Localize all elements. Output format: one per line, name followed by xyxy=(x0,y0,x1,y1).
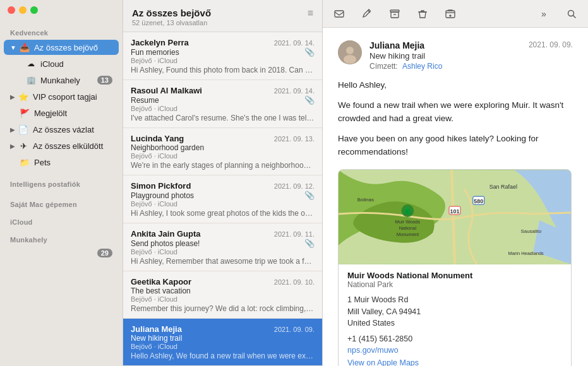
sidebar-item-munkahely[interactable]: 🏢 Munkahely 13 xyxy=(4,73,119,88)
window-controls xyxy=(8,6,38,14)
sidebar-section-favorites: Kedvencek xyxy=(0,24,123,39)
map-address-line1: 1 Muir Woods Rd xyxy=(347,295,408,304)
email-detail-subject: New hiking trail xyxy=(369,51,529,61)
move-button[interactable] xyxy=(441,5,459,23)
trash-button[interactable] xyxy=(414,5,431,23)
email-detail-to: Címzett: Ashley Rico xyxy=(369,62,529,71)
map-location-info: Muir Woods National Monument National Pa… xyxy=(339,264,571,366)
maximize-button[interactable] xyxy=(30,6,38,14)
sidebar-item-icloud[interactable]: ☁ iCloud xyxy=(4,56,119,71)
compose-button[interactable] xyxy=(358,5,376,23)
email-sender: Rasoul Al Malkawi xyxy=(131,86,270,95)
email-meta: Bejövő · iCloud xyxy=(131,343,315,350)
email-subject: Playground photos xyxy=(131,191,302,200)
archive-button[interactable] xyxy=(386,5,404,23)
sidebar-item-all-drafts[interactable]: ▶ 📄 Az összes vázlat xyxy=(4,122,119,137)
chevron-icon: ▼ xyxy=(10,44,16,51)
munkahely-icon: 🏢 xyxy=(25,74,37,86)
email-detail-date: 2021. 09. 09. xyxy=(529,40,573,49)
to-name: Ashley Rico xyxy=(402,62,442,71)
email-preview: We're in the early stages of planning a … xyxy=(131,161,315,170)
chevron-icon: ▶ xyxy=(10,126,15,133)
svg-point-6 xyxy=(346,47,354,54)
sidebar-item-pets[interactable]: 📁 Pets xyxy=(4,155,119,170)
sidebar-item-label: Munkahely xyxy=(40,76,97,85)
map-image[interactable]: San Rafael Bolinas Muir Woods National M… xyxy=(339,170,571,264)
email-preview: Hi Ashley, Found this photo from back in… xyxy=(131,66,315,74)
email-item[interactable]: Ankita Jain Gupta 2021. 09. 11. Send pho… xyxy=(123,223,322,271)
sidebar-section-icloud: iCloud xyxy=(0,213,123,228)
email-list-subtitle: 52 üzenet, 13 olvasatlan xyxy=(132,19,211,27)
email-item-selected[interactable]: Juliana Mejia 2021. 09. 09. New hiking t… xyxy=(123,319,322,366)
svg-text:Sausalito: Sausalito xyxy=(520,228,541,234)
email-date: 2021. 09. 14. xyxy=(274,39,315,47)
sidebar-item-label: Megjelölt xyxy=(34,109,112,118)
email-body-line-1: Hello Ashley, xyxy=(338,78,573,92)
sidebar-item-label: VIP csoport tagjai xyxy=(33,92,112,102)
svg-text:Bolinas: Bolinas xyxy=(357,197,374,203)
email-list: Az összes bejövő 52 üzenet, 13 olvasatla… xyxy=(123,0,323,366)
email-meta: Bejövő · iCloud xyxy=(131,295,315,303)
map-card: San Rafael Bolinas Muir Woods National M… xyxy=(338,169,572,366)
sort-icon[interactable]: ≡ xyxy=(308,8,313,19)
sidebar-item-label: Az összes vázlat xyxy=(33,125,112,134)
svg-text:Monument: Monument xyxy=(397,232,419,237)
more-button[interactable]: » xyxy=(535,5,553,23)
email-date: 2021. 09. 10. xyxy=(274,278,315,286)
email-preview: I've attached Carol's resume. She's the … xyxy=(131,114,315,122)
email-subject: Neighborhood garden xyxy=(131,143,315,152)
email-sender: Jackelyn Perra xyxy=(131,38,270,47)
close-button[interactable] xyxy=(8,6,15,14)
map-address-line3: United States xyxy=(347,319,395,328)
email-item[interactable]: Geetika Kapoor 2021. 09. 10. The best va… xyxy=(123,271,322,319)
email-meta: Bejövő · iCloud xyxy=(131,152,315,160)
email-sender: Lucinda Yang xyxy=(131,134,270,143)
email-sender: Juliana Mejia xyxy=(131,324,270,334)
email-detail-sender: Juliana Mejia xyxy=(369,40,529,50)
email-detail-header: Juliana Mejia New hiking trail Címzett: … xyxy=(338,40,573,71)
email-meta: Bejövő · iCloud xyxy=(131,200,315,208)
chevron-icon: ▶ xyxy=(10,93,15,100)
email-item[interactable]: Rasoul Al Malkawi 2021. 09. 14. Resume 📎… xyxy=(123,80,322,128)
sidebar-badge: 13 xyxy=(97,76,112,85)
map-address-line2: Mill Valley, CA 94941 xyxy=(347,307,421,316)
email-preview: Remember this journey? We did a lot: roc… xyxy=(131,304,315,313)
email-sender: Ankita Jain Gupta xyxy=(131,229,270,239)
search-button[interactable] xyxy=(563,5,580,23)
sidebar-item-all-inbox[interactable]: ▼ 📥 Az összes bejövő xyxy=(4,40,119,55)
map-address: 1 Muir Woods Rd Mill Valley, CA 94941 Un… xyxy=(347,294,562,329)
attachment-icon: 📎 xyxy=(304,239,315,248)
email-item[interactable]: Lucinda Yang 2021. 09. 13. Neighborhood … xyxy=(123,128,322,175)
email-body-line-2: We found a new trail when we were explor… xyxy=(338,98,573,126)
view-on-apple-maps-link[interactable]: View on Apple Maps xyxy=(347,358,562,366)
email-body-line-3: Have you been on any good hikes lately? … xyxy=(338,132,573,159)
email-detail-header-info: Juliana Mejia New hiking trail Címzett: … xyxy=(369,40,529,71)
email-item[interactable]: Simon Pickford 2021. 09. 12. Playground … xyxy=(123,175,322,223)
svg-text:National: National xyxy=(399,225,417,231)
sidebar-section-mac: Saját Mac gépemen xyxy=(0,196,123,211)
new-message-button[interactable] xyxy=(330,5,348,23)
sidebar-item-vip[interactable]: ▶ ⭐ VIP csoport tagjai xyxy=(4,89,119,104)
map-website-link[interactable]: nps.gov/muwo xyxy=(347,346,562,355)
drafts-icon: 📄 xyxy=(18,124,29,135)
email-meta: Bejövő · iCloud xyxy=(131,105,315,112)
minimize-button[interactable] xyxy=(19,6,27,14)
email-date: 2021. 09. 12. xyxy=(274,182,315,190)
flag-icon: 🚩 xyxy=(19,107,30,119)
map-location-name: Muir Woods National Monument xyxy=(347,271,562,280)
sidebar-item-munkahely2[interactable]: 29 xyxy=(4,247,119,259)
email-meta: Bejövő · iCloud xyxy=(131,248,315,256)
map-phone: +1 (415) 561-2850 xyxy=(347,334,562,343)
icloud-icon: ☁ xyxy=(25,58,37,69)
sidebar-item-all-sent[interactable]: ▶ ✈ Az összes elküldött xyxy=(4,138,119,153)
email-detail: » Juliana Mejia New hiking trail C xyxy=(323,0,588,366)
attachment-icon: 📎 xyxy=(304,95,315,105)
vip-icon: ⭐ xyxy=(18,91,29,102)
email-item[interactable]: Jackelyn Perra 2021. 09. 14. Fun memorie… xyxy=(123,32,322,80)
sent-icon: ✈ xyxy=(18,140,29,151)
email-subject: Send photos please! xyxy=(131,239,302,248)
sidebar-item-marked[interactable]: 🚩 Megjelölt xyxy=(4,105,119,121)
sidebar: Kedvencek ▼ 📥 Az összes bejövő ☁ iCloud … xyxy=(0,0,123,366)
attachment-icon: 📎 xyxy=(304,191,315,200)
email-date: 2021. 09. 13. xyxy=(274,135,315,143)
